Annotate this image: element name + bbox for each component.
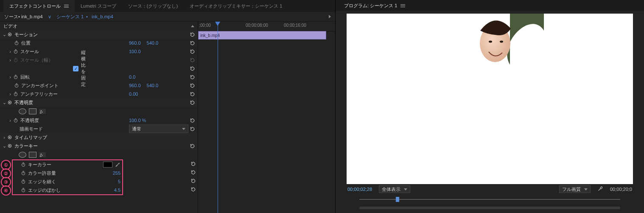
reset-icon[interactable] [188, 91, 196, 97]
scale-value[interactable]: 100.0 [129, 49, 141, 54]
keyframe-timeline[interactable]: ;00;00 00;00;08;00 00;00;16;00 ink_b.mp4 [198, 22, 335, 213]
stopwatch-icon[interactable] [20, 162, 26, 168]
effect-controls-panel: ビデオ ⌄ モーション 位置 960.0 5 [0, 22, 198, 213]
effect-label: カラーキー [14, 143, 129, 149]
prop-color-tolerance: カラー許容量 255 [13, 169, 122, 177]
mask-tools [0, 150, 198, 159]
position-y[interactable]: 540.0 [147, 40, 159, 45]
anchor-x[interactable]: 960.0 [129, 83, 141, 88]
reset-icon[interactable] [188, 143, 196, 149]
eyedropper-icon[interactable] [115, 162, 120, 168]
reset-icon[interactable] [188, 100, 196, 105]
ruler-tick: ;00;00 [199, 23, 211, 28]
zoom-slider[interactable] [359, 204, 620, 211]
stopwatch-icon[interactable] [13, 117, 19, 123]
tab-program-monitor[interactable]: プログラム: シーケンス 1 [340, 0, 409, 11]
reset-icon[interactable] [190, 176, 196, 185]
effect-motion[interactable]: ⌄ モーション [0, 30, 198, 39]
twirl-right-icon[interactable]: › [8, 49, 13, 54]
quality-select[interactable]: フル画質 [559, 185, 591, 193]
effect-timeremap[interactable]: › タイムリマップ [0, 133, 198, 142]
reset-icon[interactable] [188, 66, 196, 71]
aspect-lock-checkbox[interactable]: ✓ [73, 66, 78, 71]
tab-audio-mixer[interactable]: オーディオクリップミキサー：シーケンス 1 [184, 0, 288, 12]
reset-icon[interactable] [188, 49, 196, 54]
breadcrumb-sequence[interactable]: シーケンス 1 [56, 14, 84, 20]
twirl-down-icon[interactable]: ⌄ [2, 100, 7, 105]
reset-icon[interactable] [190, 159, 196, 168]
anchor-y[interactable]: 540.0 [147, 83, 159, 88]
edge-thin-value[interactable]: 5 [118, 179, 120, 184]
tab-source[interactable]: ソース：(クリップなし) [122, 0, 184, 12]
reset-icon[interactable] [188, 118, 196, 123]
stopwatch-icon[interactable] [13, 74, 19, 80]
prop-label: エッジを細く [28, 179, 118, 185]
rotation-value[interactable]: 0.0 [129, 74, 135, 80]
rect-mask-icon[interactable] [29, 152, 36, 158]
blend-mode-select[interactable]: 通常 [129, 125, 188, 133]
opacity-value[interactable]: 100.0 % [129, 118, 146, 123]
stopwatch-icon[interactable] [14, 40, 20, 46]
reset-icon[interactable] [188, 74, 196, 80]
dropdown-icon [404, 188, 407, 190]
fx-toggle-icon[interactable] [7, 134, 13, 140]
stopwatch-icon[interactable] [14, 82, 20, 88]
tab-effect-controls[interactable]: エフェクトコントロール [3, 0, 75, 12]
twirl-right-icon[interactable]: › [2, 135, 7, 140]
dropdown-icon [584, 188, 588, 190]
effect-colorkey[interactable]: ⌄ カラーキー [0, 142, 198, 150]
reset-icon[interactable] [188, 83, 196, 88]
ellipse-mask-icon[interactable] [19, 108, 26, 114]
wrench-icon[interactable] [597, 186, 603, 193]
reset-icon[interactable] [190, 185, 196, 193]
fx-toggle-icon[interactable] [7, 31, 13, 37]
twirl-right-icon[interactable]: › [8, 118, 13, 123]
program-monitor[interactable] [347, 14, 633, 184]
tab-lumetri-scopes[interactable]: Lumetri スコープ [75, 0, 122, 12]
stopwatch-icon[interactable] [20, 179, 26, 185]
stopwatch-icon[interactable] [20, 170, 26, 176]
twirl-down-icon[interactable]: ⌄ [2, 32, 7, 37]
current-timecode[interactable]: 00;00;02;28 [347, 187, 372, 192]
position-x[interactable]: 960.0 [129, 40, 141, 45]
prop-label: 不透明度 [20, 117, 129, 124]
reset-icon[interactable] [188, 40, 196, 46]
pen-mask-icon[interactable] [39, 109, 46, 114]
ruler-tick: 00;00;16;00 [284, 23, 306, 28]
panel-menu-icon[interactable] [400, 4, 405, 7]
annotation-4: ④ [1, 185, 11, 196]
panel-menu-icon[interactable] [64, 5, 69, 8]
stopwatch-icon[interactable] [20, 187, 26, 193]
rect-mask-icon[interactable] [29, 108, 36, 114]
top-tab-bar: エフェクトコントロール Lumetri スコープ ソース：(クリップなし) オー… [0, 0, 335, 12]
twirl-right-icon[interactable]: › [8, 91, 13, 97]
fx-toggle-icon[interactable] [7, 143, 13, 149]
reset-icon[interactable] [190, 168, 196, 176]
tolerance-value[interactable]: 255 [113, 170, 120, 176]
breadcrumb-clip[interactable]: ink_b.mp4 [21, 14, 43, 19]
twirl-down-icon[interactable]: ⌄ [2, 143, 7, 149]
fit-select[interactable]: 全体表示 [379, 185, 410, 193]
prop-anchor: アンカーポイント 960.0 540.0 [0, 81, 198, 90]
breadcrumb-caret-icon: ∨ [45, 14, 54, 20]
program-scrubber[interactable] [359, 196, 620, 203]
pen-mask-icon[interactable] [39, 152, 46, 157]
ellipse-mask-icon[interactable] [19, 152, 26, 158]
ruler-tick: 00;00;08;00 [246, 23, 268, 28]
fx-toggle-icon[interactable] [7, 99, 13, 105]
reset-icon[interactable] [188, 32, 196, 37]
breadcrumb-seq-clip[interactable]: ink_b.mp4 [92, 14, 113, 19]
reset-icon[interactable] [188, 126, 196, 132]
key-color-swatch[interactable] [103, 162, 112, 168]
collapse-icon[interactable] [191, 25, 194, 27]
playhead[interactable] [218, 22, 218, 213]
effect-opacity[interactable]: ⌄ 不透明度 [0, 98, 198, 107]
stopwatch-icon[interactable] [13, 48, 19, 54]
antiflicker-value[interactable]: 0.00 [129, 91, 138, 97]
chevron-right-icon[interactable] [329, 15, 331, 18]
svg-point-9 [9, 102, 11, 103]
edge-blur-value[interactable]: 4.5 [114, 187, 120, 193]
twirl-right-icon[interactable]: › [8, 74, 13, 80]
scrubber-thumb[interactable] [396, 197, 399, 202]
stopwatch-icon[interactable] [13, 91, 19, 97]
